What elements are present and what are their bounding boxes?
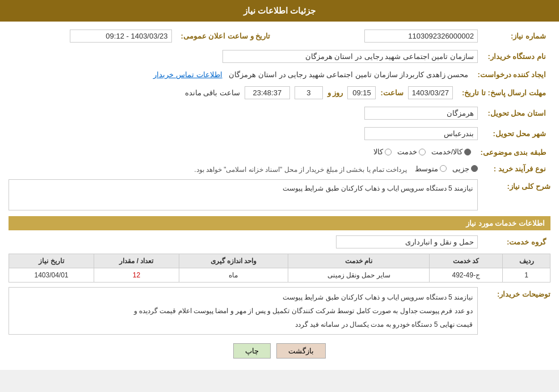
cell-code: ج-49-492: [430, 268, 503, 283]
purchaseType-note: پرداخت تمام یا بخشی از مبلغ خریدار از مح…: [194, 166, 407, 174]
col-date: تاریخ نیاز: [9, 254, 94, 268]
deadline-date: 1403/03/27: [408, 86, 453, 99]
orgName-label: نام دستگاه خریدار:: [482, 48, 550, 65]
purchaseType-options: جزیی متوسط: [415, 165, 478, 173]
category-options: کالا/خدمت خدمت کالا: [373, 147, 472, 156]
print-button[interactable]: چاپ: [233, 343, 271, 359]
needDesc-value: نیازمند 5 دستگاه سرویس ایاب و ذهاب کارکن…: [9, 179, 478, 210]
purchaseType-radio-motavasset: [440, 165, 447, 172]
category-radio-kala: [385, 149, 392, 155]
needNumber-value: 1103092326000002: [364, 29, 478, 43]
deadline-remaining-label: ساعت باقی مانده: [185, 88, 240, 97]
category-option-kala-khedmat[interactable]: کالا/خدمت: [431, 147, 472, 156]
province-value: هرمزگان: [364, 107, 478, 120]
creator-label: ایجاد کننده درخواست:: [473, 68, 550, 81]
cell-unit: ماه: [179, 268, 288, 283]
purchaseType-label-motavasset: متوسط: [415, 165, 438, 173]
category-option-kala[interactable]: کالا: [373, 147, 392, 156]
cell-name: سایر حمل ونقل زمینی: [288, 268, 429, 283]
services-table: ردیف کد خدمت نام خدمت واحد اندازه گیری ت…: [9, 254, 550, 283]
city-label: شهر محل تحویل:: [482, 125, 550, 142]
deadline-day-label: روز و: [327, 88, 343, 97]
category-label-kala-khedmat: کالا/خدمت: [431, 147, 463, 156]
announce-label: تاریخ و ساعت اعلان عمومی:: [176, 27, 275, 45]
deadline-remaining: 23:48:37: [245, 86, 290, 99]
category-option-khedmat[interactable]: خدمت: [397, 147, 426, 156]
needNumber-label: شماره نیاز:: [482, 27, 550, 45]
deadline-time: 09:15: [347, 86, 376, 99]
purchaseType-label: نوع فرآیند خرید :: [482, 162, 550, 176]
purchaseType-option-jozii[interactable]: جزیی: [452, 165, 478, 173]
creator-value: محسن زاهدی کاربرداز سازمان تامین اجتماعی…: [229, 70, 468, 79]
button-row: بازگشت چاپ: [9, 343, 550, 359]
purchaseType-radio-jozii: [471, 165, 478, 172]
category-radio-kala-khedmat: [464, 149, 471, 155]
buyerDesc-value: نیازمند 5 دستگاه سرویس ایاب و ذهاب کارکن…: [9, 287, 478, 335]
creator-link[interactable]: اطلاعات تماس خریدار: [153, 70, 222, 79]
services-section-header: اطلاعات خدمات مورد نیاز: [9, 216, 550, 230]
orgName-value: سازمان تامین اجتماعی شهید رجایی در استان…: [222, 50, 478, 63]
purchaseType-label-jozii: جزیی: [452, 165, 469, 173]
deadline-days: 3: [295, 86, 323, 99]
province-label: استان محل تحویل:: [482, 104, 550, 122]
category-label-khedmat: خدمت: [397, 147, 417, 156]
col-unit: واحد اندازه گیری: [179, 254, 288, 268]
serviceGroup-value: حمل و نقل و انبارداری: [336, 235, 478, 248]
cell-row: 1: [503, 268, 550, 283]
announce-value: 1403/03/23 - 09:12: [70, 29, 172, 43]
serviceGroup-label: گروه خدمت:: [482, 233, 550, 251]
category-label-kala: کالا: [373, 147, 383, 156]
category-label: طبقه بندی موضوعی:: [476, 145, 550, 159]
deadline-label: مهلت ارسال پاسخ: تا تاریخ:: [457, 84, 550, 102]
col-name: نام خدمت: [288, 254, 429, 268]
col-row: ردیف: [503, 254, 550, 268]
col-code: کد خدمت: [430, 254, 503, 268]
buyerDesc-label: توضیحات خریدار:: [497, 290, 550, 298]
cell-qty: 12: [94, 268, 179, 283]
cell-date: 1403/04/01: [9, 268, 94, 283]
page-title: جزئیات اطلاعات نیاز: [0, 0, 559, 22]
table-row: 1 ج-49-492 سایر حمل ونقل زمینی ماه 12 14…: [9, 268, 550, 283]
needDesc-label: شرح کلی نیاز:: [507, 182, 550, 191]
city-value: بندرعباس: [364, 127, 478, 140]
purchaseType-option-motavasset[interactable]: متوسط: [415, 165, 447, 173]
back-button[interactable]: بازگشت: [276, 343, 326, 359]
col-qty: تعداد / مقدار: [94, 254, 179, 268]
category-radio-khedmat: [419, 149, 426, 155]
deadline-time-label: ساعت:: [380, 88, 403, 97]
